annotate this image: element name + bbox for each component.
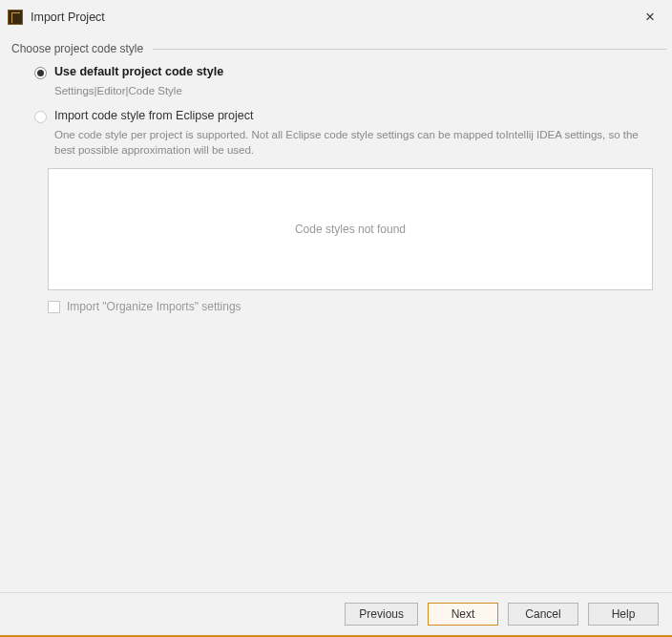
radio-import-eclipse-label: Import code style from Eclipse project	[54, 109, 253, 122]
radio-import-eclipse-row[interactable]: Import code style from Eclipse project	[34, 109, 661, 123]
content-area: Use default project code style Settings|…	[0, 61, 672, 592]
divider	[153, 49, 666, 50]
code-styles-list: Code styles not found	[48, 168, 653, 290]
section-heading-text: Choose project code style	[11, 42, 143, 55]
titlebar: Import Project ×	[0, 0, 672, 32]
radio-import-eclipse[interactable]	[34, 111, 47, 123]
radio-default-style-desc: Settings|Editor|Code Style	[54, 83, 661, 99]
previous-button[interactable]: Previous	[345, 603, 418, 626]
help-button[interactable]: Help	[588, 603, 659, 626]
radio-default-style-label: Use default project code style	[54, 65, 223, 78]
footer: Previous Next Cancel Help	[0, 592, 672, 635]
cancel-button[interactable]: Cancel	[508, 603, 578, 626]
next-button[interactable]: Next	[428, 603, 498, 626]
organize-imports-row: Import "Organize Imports" settings	[48, 300, 661, 313]
close-icon[interactable]: ×	[638, 6, 662, 29]
radio-import-eclipse-desc: One code style per project is supported.…	[54, 127, 661, 159]
app-icon	[8, 10, 23, 25]
organize-imports-label: Import "Organize Imports" settings	[67, 300, 242, 313]
window-title: Import Project	[31, 11, 105, 24]
section-heading: Choose project code style	[0, 32, 672, 61]
radio-default-style[interactable]	[34, 67, 47, 79]
organize-imports-checkbox[interactable]	[48, 301, 60, 313]
code-styles-empty-text: Code styles not found	[295, 223, 406, 236]
radio-default-style-row[interactable]: Use default project code style	[34, 65, 661, 79]
